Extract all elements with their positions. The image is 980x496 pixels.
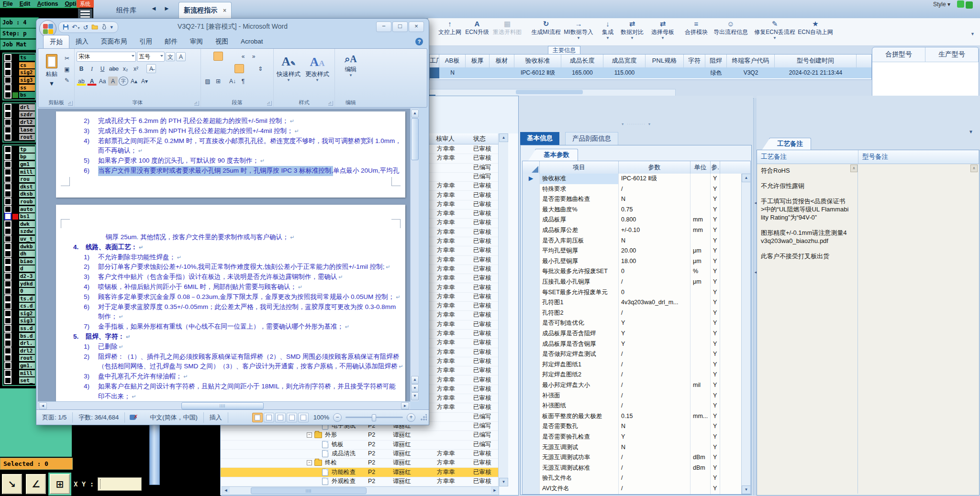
zoom-slider[interactable] xyxy=(345,417,403,418)
param-cell[interactable]: 0 xyxy=(619,266,690,277)
bullets-icon[interactable] xyxy=(203,52,212,61)
tree-node-label[interactable]: 成品清洗 xyxy=(332,449,356,458)
highlight-color-icon[interactable]: ab xyxy=(77,77,86,86)
borders-icon[interactable]: ⊞ xyxy=(213,77,223,86)
layer-name-label[interactable]: drl2 xyxy=(19,119,35,125)
layer-name-label[interactable]: sig3 xyxy=(19,318,35,324)
item-cell[interactable]: 成品板厚是否含铜厚 xyxy=(540,339,619,350)
param-row-AVI文件名[interactable]: AVI文件名/Y xyxy=(523,484,750,495)
subtab-basic-params[interactable]: 基本参数 xyxy=(535,149,578,161)
param-row-最小孔壁铜厚[interactable]: 最小孔壁铜厚18.00μmY xyxy=(523,256,750,267)
layer-name-label[interactable]: roub xyxy=(19,198,35,205)
item-cell[interactable]: 是否需要数孔 xyxy=(540,421,619,432)
item-cell[interactable]: 平均孔壁铜厚 xyxy=(540,246,619,256)
item-cell[interactable]: 邦定焊盘图纸1 xyxy=(540,360,619,370)
tab-craft-notes[interactable]: 工艺备注 xyxy=(769,138,811,150)
tree-node-label[interactable]: 终检 xyxy=(325,458,337,467)
layer-row[interactable]: rou xyxy=(3,176,35,183)
scroll-down-icon[interactable]: ▼ xyxy=(742,485,751,494)
spellcheck-icon[interactable] xyxy=(130,414,139,421)
numbering-icon[interactable] xyxy=(213,52,223,61)
tab-component-library[interactable]: 组件库 xyxy=(111,3,141,17)
layer-checkbox[interactable] xyxy=(4,213,11,220)
param-row-成品板厚是否含阻焊[interactable]: 成品板厚是否含阻焊YY xyxy=(523,329,750,340)
layer-checkbox[interactable] xyxy=(4,362,11,369)
word-titlebar[interactable]: ↶▼ ↺ ▼ V3Q2-71 [兼容模式] - Microsoft Word −… xyxy=(36,19,429,35)
param-cell[interactable]: / xyxy=(619,277,690,287)
layer-checkbox[interactable] xyxy=(4,133,11,141)
param-cell[interactable]: 4v3q203wa0_drl_m... xyxy=(619,298,690,308)
item-cell[interactable]: 成品板厚是否含阻焊 xyxy=(540,329,619,339)
align-right-icon[interactable] xyxy=(224,64,234,73)
param-cell[interactable]: 0.15 xyxy=(619,411,690,422)
item-cell[interactable]: 是否需要验孔检查 xyxy=(540,432,619,442)
layer-name-label[interactable]: mill xyxy=(19,370,35,376)
layer-checkbox[interactable] xyxy=(4,119,11,126)
param-row-无源互调测试[interactable]: 无源互调测试NY xyxy=(523,442,750,453)
process-row-成品清洗[interactable]: 成品清洗P2谭丽红方幸幸已审核 xyxy=(221,449,498,459)
layer-name-label[interactable]: sig3 xyxy=(19,77,35,83)
paste-button[interactable]: 粘贴 ▼ xyxy=(41,53,62,88)
column-header-字符[interactable]: 字符 xyxy=(684,55,705,67)
item-cell[interactable]: 无源互调测试标准 xyxy=(540,463,619,474)
process-flow-hscrollbar[interactable]: ◄ ► |||| xyxy=(222,486,499,495)
layer-checkbox[interactable] xyxy=(4,206,11,213)
process-row-外观检查[interactable]: 外观检查P2谭丽红方幸幸已审核 xyxy=(221,477,498,486)
tree-node-label[interactable]: 外观检查 xyxy=(332,477,356,486)
item-cell[interactable]: 最小孔壁铜厚 xyxy=(540,256,619,267)
toolbar-button-导出流程信息[interactable]: ☺导出流程信息 xyxy=(713,20,748,36)
align-center-icon[interactable] xyxy=(213,64,223,73)
layer-name-label[interactable]: ss.d xyxy=(19,325,35,331)
layer-row[interactable]: ts xyxy=(3,54,35,62)
tree-expander-icon[interactable]: − xyxy=(307,432,312,438)
dropdown-icon[interactable]: ▼ xyxy=(621,36,644,41)
param-row-特殊要求[interactable]: 特殊要求/Y xyxy=(523,184,750,195)
font-color-icon[interactable]: A xyxy=(87,77,97,86)
layer-row[interactable]: sig3 xyxy=(3,77,35,84)
tab-scroll-left-icon[interactable]: ◄ xyxy=(151,5,157,12)
layer-checkbox[interactable] xyxy=(4,228,11,235)
param-row-成品板厚是否含铜厚[interactable]: 成品板厚是否含铜厚YY xyxy=(523,339,750,350)
next-page-icon[interactable]: ▼ xyxy=(411,392,419,400)
model-notes-text[interactable] xyxy=(858,164,979,494)
zoom-out-icon[interactable]: − xyxy=(333,413,342,422)
param-cell[interactable]: / xyxy=(619,349,690,360)
reviewer-column-header[interactable]: 核审人 xyxy=(436,133,455,143)
layer-name-label[interactable]: rou xyxy=(19,176,35,182)
layer-checkbox[interactable] xyxy=(4,302,11,309)
layer-name-label[interactable]: cs.d xyxy=(19,303,35,309)
process-flow-vscrollbar[interactable]: ▲ ▼ xyxy=(498,133,508,486)
toolbar-button-修复ECN丢流程[interactable]: ✎修复ECN丢流程▼ xyxy=(754,20,795,41)
ribbon-tab-插入[interactable]: 插入 xyxy=(69,35,95,48)
layer-row[interactable]: drl2 xyxy=(3,347,35,355)
hscroll-thumb[interactable]: |||| xyxy=(181,402,264,409)
layer-checkbox[interactable] xyxy=(4,377,11,384)
toolbar-button-选择母板[interactable]: ⇄选择母板▼ xyxy=(651,20,674,41)
param-row-是否入库前压板[interactable]: 是否入库前压板NY xyxy=(523,236,750,247)
vscroll-thumb[interactable] xyxy=(411,118,419,160)
param-row-成品板厚公差[interactable]: 成品板厚公差+/-0.10mmY xyxy=(523,225,750,236)
process-row-铣板[interactable]: 铣板P2谭丽红已编写 xyxy=(221,440,498,450)
layer-checkbox[interactable] xyxy=(4,146,11,153)
layer-row[interactable]: dwk xyxy=(3,220,35,228)
toolbar-button-ECN自动上网[interactable]: ★ECN自动上网 xyxy=(798,20,833,36)
layer-name-label[interactable]: biao xyxy=(19,258,35,265)
layer-checkbox[interactable] xyxy=(4,220,11,228)
param-cell[interactable]: 18.00 xyxy=(619,256,690,267)
layer-name-label[interactable]: bs xyxy=(19,92,35,98)
document-vscrollbar[interactable]: ▲ ▲ ● ▼ xyxy=(410,109,419,401)
item-cell[interactable]: 最大翘曲度% xyxy=(540,205,619,215)
layer-row[interactable]: drl. xyxy=(3,340,35,347)
menu-item-file[interactable]: File xyxy=(3,0,13,7)
layer-checkbox[interactable] xyxy=(4,168,11,176)
param-cell[interactable]: / xyxy=(619,452,690,463)
param-cell[interactable]: / xyxy=(619,370,690,380)
panel-splitter[interactable]: ▼ ········· ▼ xyxy=(591,122,682,126)
layer-checkbox[interactable] xyxy=(4,190,11,198)
layer-name-label[interactable]: dwkb xyxy=(19,243,35,250)
tab-scroll-right-icon[interactable]: ► xyxy=(164,5,170,12)
word-count[interactable]: 字数: 36/4,684 xyxy=(73,412,125,423)
document-area[interactable]: 2)完成孔径大于 6.2mm 的 PTH 孔径公差超能力的按照+/-5mil 控… xyxy=(38,109,410,401)
item-cell[interactable]: 孔符图1 xyxy=(540,298,619,308)
param-cell[interactable]: Y xyxy=(619,339,690,350)
